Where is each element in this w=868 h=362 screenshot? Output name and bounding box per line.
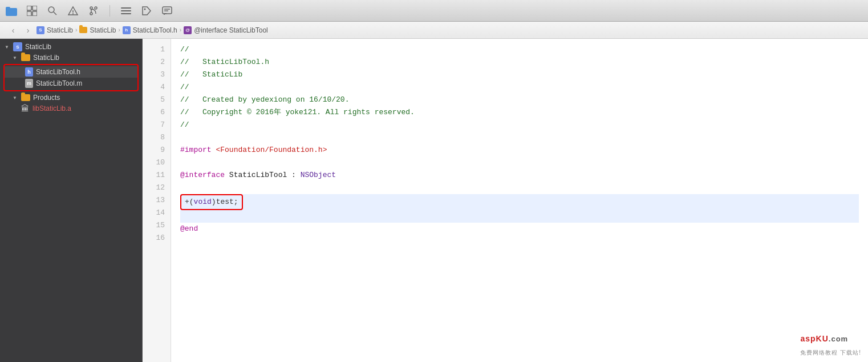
toolbar-separator <box>109 5 110 17</box>
grid-icon[interactable] <box>25 4 39 18</box>
code-line-15: @end <box>180 223 859 235</box>
project-icon: S <box>36 26 44 34</box>
svg-rect-5 <box>33 11 37 16</box>
toolbar <box>0 0 868 22</box>
code-line-13: +(void)test; <box>180 194 859 210</box>
files-highlight-box: h StaticLibTool.h m StaticLibTool.m <box>3 64 139 91</box>
ln-6: 6 <box>143 106 171 119</box>
line-numbers: 1 2 3 4 5 6 7 8 9 10 11 12 13 14 15 16 <box>143 39 171 362</box>
breadcrumb-folder-icon <box>79 27 87 33</box>
code-line-9: #import <Foundation/Foundation.h> <box>180 144 859 156</box>
code-line-14 <box>180 210 859 223</box>
ln-3: 3 <box>143 69 171 81</box>
file-h-label: StaticLibTool.h <box>36 68 80 76</box>
ln-15: 15 <box>143 219 171 232</box>
product-label: libStaticLib.a <box>33 104 71 112</box>
ln-9: 9 <box>143 144 171 156</box>
ln-5: 5 <box>143 94 171 106</box>
svg-line-7 <box>54 12 56 15</box>
svg-rect-19 <box>163 7 172 14</box>
svg-rect-15 <box>121 7 131 9</box>
git-icon[interactable] <box>87 4 100 18</box>
breadcrumb-arrow-2: › <box>118 27 120 33</box>
svg-rect-2 <box>27 6 31 10</box>
code-line-8 <box>180 131 859 144</box>
group-label: StaticLib <box>33 54 59 62</box>
folder-icon[interactable] <box>5 4 18 18</box>
ln-16: 16 <box>143 232 171 244</box>
breadcrumb-h-icon: h <box>123 26 131 34</box>
sidebar-file-h[interactable]: h StaticLibTool.h <box>5 66 137 78</box>
svg-rect-16 <box>121 10 131 11</box>
watermark: aspKU.com 免费网络教程 下载站! <box>800 331 861 357</box>
products-label: Products <box>33 94 60 102</box>
breadcrumb-item-file[interactable]: h StaticLibTool.h <box>123 26 177 34</box>
list-icon[interactable] <box>119 4 133 18</box>
comment-icon[interactable] <box>160 4 174 18</box>
breadcrumb-arrow-3: › <box>180 27 181 33</box>
ln-7: 7 <box>143 119 171 131</box>
code-line-12 <box>180 182 859 194</box>
code-content[interactable]: // // StaticLibTool.h // StaticLib // //… <box>171 39 868 362</box>
ln-13: 13 <box>143 194 171 207</box>
breadcrumb-item-interface[interactable]: @ @interface StaticLibTool <box>184 26 268 34</box>
breadcrumb-project-label: StaticLib <box>47 26 73 34</box>
svg-rect-1 <box>6 7 10 10</box>
code-line-2: // StaticLibTool.h <box>180 56 859 69</box>
breadcrumb-bar: ‹ › S StaticLib › StaticLib › h StaticLi… <box>0 22 868 39</box>
triangle-group: ▼ <box>13 55 18 61</box>
search-icon[interactable] <box>46 4 59 18</box>
sidebar-project-root[interactable]: ▼ S StaticLib <box>0 41 142 53</box>
group-folder-icon <box>21 54 30 61</box>
svg-point-10 <box>72 13 74 14</box>
sidebar-group-folder[interactable]: ▼ StaticLib <box>0 53 142 63</box>
tag-icon[interactable] <box>140 4 153 18</box>
code-line-10 <box>180 156 859 169</box>
editor-area: 1 2 3 4 5 6 7 8 9 10 11 12 13 14 15 16 /… <box>143 39 868 362</box>
products-folder-icon <box>21 94 30 101</box>
back-button[interactable]: ‹ <box>7 24 19 37</box>
ln-10: 10 <box>143 156 171 169</box>
code-line-3: // StaticLib <box>180 69 859 81</box>
triangle-project: ▼ <box>5 45 10 50</box>
code-line-7: // <box>180 119 859 131</box>
project-label: StaticLib <box>25 43 51 51</box>
svg-point-18 <box>144 8 146 10</box>
breadcrumb-folder-label: StaticLib <box>90 26 116 34</box>
breadcrumb-interface-icon: @ <box>184 26 192 34</box>
code-line-5: // Created by yedexiong on 16/10/20. <box>180 94 859 106</box>
product-icon: 🏛 <box>21 104 30 113</box>
project-icon: S <box>13 42 22 51</box>
nav-arrows: ‹ › <box>7 24 34 37</box>
svg-point-12 <box>95 7 97 9</box>
ln-12: 12 <box>143 182 171 194</box>
breadcrumb-item-folder[interactable]: StaticLib <box>79 26 116 34</box>
h-file-icon: h <box>25 67 33 77</box>
breadcrumb-interface-label: @interface StaticLibTool <box>194 26 268 34</box>
warning-icon[interactable] <box>66 4 80 18</box>
forward-button[interactable]: › <box>22 24 34 37</box>
code-line-1: // <box>180 43 859 56</box>
ln-4: 4 <box>143 81 171 94</box>
sidebar-file-m[interactable]: m StaticLibTool.m <box>5 78 137 89</box>
ln-11: 11 <box>143 169 171 182</box>
breadcrumb-item-project[interactable]: S StaticLib <box>36 26 73 34</box>
breadcrumb-file-label: StaticLibTool.h <box>133 26 177 34</box>
svg-rect-3 <box>33 6 37 10</box>
code-line-11: @interface StaticLibTool : NSObject <box>180 169 859 182</box>
breadcrumb-arrow-1: › <box>75 27 77 33</box>
ln-8: 8 <box>143 131 171 144</box>
svg-rect-17 <box>121 13 131 14</box>
sidebar-product-file[interactable]: 🏛 libStaticLib.a <box>0 103 142 114</box>
code-line-16 <box>180 235 859 248</box>
main-area: ▼ S StaticLib ▼ StaticLib h StaticLibToo… <box>0 39 868 362</box>
ln-2: 2 <box>143 56 171 69</box>
svg-point-6 <box>48 7 54 13</box>
svg-point-13 <box>90 13 92 15</box>
ln-14: 14 <box>143 207 171 219</box>
ln-1: 1 <box>143 43 171 56</box>
code-line-4: // <box>180 81 859 94</box>
code-highlight-box: +(void)test; <box>180 194 243 210</box>
m-file-icon: m <box>25 79 33 88</box>
sidebar-products-folder[interactable]: ▼ Products <box>0 92 142 103</box>
